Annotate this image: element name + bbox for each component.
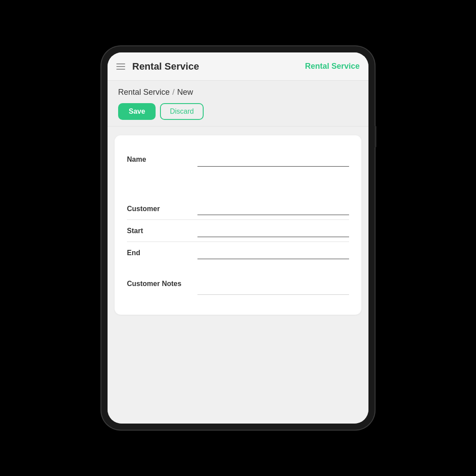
notes-row: Customer Notes [127,273,349,301]
end-row: End [127,242,349,264]
details-section: Customer Start End [127,198,349,264]
notes-section: Customer Notes [127,273,349,301]
end-input[interactable] [197,246,349,259]
start-input[interactable] [197,224,349,237]
tablet-device: Rental Service Rental Service Rental Ser… [101,46,375,430]
tablet-screen: Rental Service Rental Service Rental Ser… [108,52,368,424]
hamburger-menu-icon[interactable] [116,63,125,70]
name-input[interactable] [197,153,349,167]
action-buttons-bar: Save Discard [118,103,358,120]
start-label: Start [127,224,197,235]
breadcrumb-separator: / [172,88,175,97]
subheader-area: Rental Service / New Save Discard [108,81,368,126]
name-label: Name [127,153,197,164]
notes-textarea[interactable] [197,277,349,295]
breadcrumb: Rental Service / New [118,88,358,97]
customer-label: Customer [127,202,197,213]
breadcrumb-parent[interactable]: Rental Service [118,88,170,97]
header-brand-link[interactable]: Rental Service [305,62,360,71]
start-input-wrapper [197,224,349,237]
end-label: End [127,246,197,257]
notes-label: Customer Notes [127,277,197,288]
app-header-title: Rental Service [132,61,305,72]
breadcrumb-current: New [177,88,193,97]
save-button[interactable]: Save [118,103,156,120]
notes-input-wrapper [197,277,349,297]
customer-input-wrapper [197,202,349,215]
end-input-wrapper [197,246,349,259]
customer-row: Customer [127,198,349,220]
form-card: Name Customer Start [115,135,361,315]
name-row: Name [127,149,349,171]
main-content-area: Name Customer Start [108,126,368,424]
start-row: Start [127,220,349,242]
name-section: Name [127,149,349,180]
name-input-wrapper [197,153,349,167]
customer-input[interactable] [197,202,349,215]
discard-button[interactable]: Discard [160,103,203,120]
app-header: Rental Service Rental Service [108,52,368,81]
